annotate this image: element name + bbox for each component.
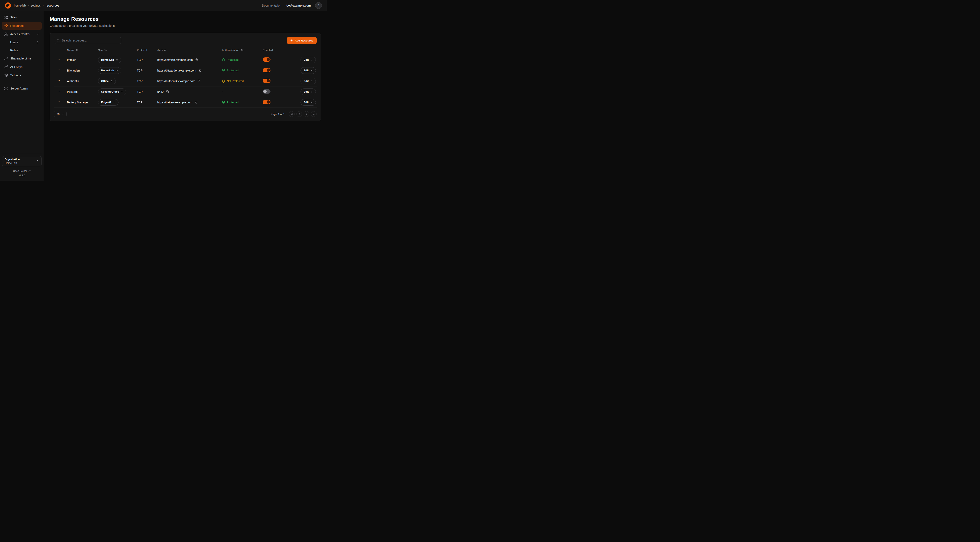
next-page-button[interactable] — [304, 111, 309, 117]
resource-name: Immich — [67, 58, 98, 62]
edit-label: Edit — [304, 90, 309, 93]
auth-status: Protected — [222, 58, 263, 62]
org-selector[interactable]: Organization Home Lab — [2, 156, 42, 166]
enabled-toggle[interactable] — [263, 57, 270, 62]
add-resource-button[interactable]: Add Resource — [287, 37, 317, 44]
top-bar: home-lab › settings › resources Document… — [0, 0, 327, 11]
sidebar-item-label: Server Admin — [10, 87, 28, 90]
sort-icon[interactable] — [104, 49, 107, 51]
arrow-right-icon — [310, 91, 313, 93]
access-value: 5432 — [157, 90, 164, 93]
page-size-select[interactable]: 20 — [54, 111, 67, 117]
shield-check-icon — [222, 69, 225, 72]
protocol-value: TCP — [137, 58, 157, 62]
waypoints-icon — [4, 24, 8, 27]
site-name: Office — [101, 80, 109, 83]
row-menu-button[interactable]: ⋯ — [54, 57, 63, 62]
edit-button[interactable]: Edit — [301, 67, 316, 74]
open-source-link[interactable]: Open Source — [13, 170, 31, 172]
documentation-link[interactable]: Documentation — [262, 4, 281, 7]
site-link-button[interactable]: Home Lab — [98, 57, 121, 63]
sort-icon[interactable] — [241, 49, 243, 51]
site-link-button[interactable]: Office — [98, 78, 116, 84]
enabled-toggle[interactable] — [263, 68, 270, 72]
row-menu-button[interactable]: ⋯ — [54, 99, 63, 105]
org-selector-value: Home Lab — [5, 161, 20, 164]
last-page-button[interactable] — [311, 111, 317, 117]
users-icon — [4, 32, 8, 36]
breadcrumb-settings[interactable]: settings — [31, 4, 41, 7]
search-box[interactable] — [54, 37, 121, 44]
app-logo-icon[interactable] — [5, 2, 11, 9]
sidebar-item-label: Shareable Links — [10, 57, 32, 60]
search-icon — [57, 39, 60, 42]
chevrons-up-down-icon — [36, 160, 39, 163]
auth-status: - — [222, 90, 263, 93]
arrow-right-icon — [310, 101, 313, 104]
access-value: https://bitwarden.example.com — [157, 69, 196, 72]
topbar-right: Documentation joe@example.com J — [262, 2, 322, 9]
sidebar-item-server-admin[interactable]: Server Admin — [2, 84, 42, 92]
row-menu-button[interactable]: ⋯ — [54, 89, 63, 94]
row-menu-button[interactable]: ⋯ — [54, 78, 63, 84]
table-row: ⋯ Battery Manager Edge 01 TCP https://ba… — [54, 97, 317, 108]
sidebar-item-shareable-links[interactable]: Shareable Links — [2, 54, 42, 62]
column-label: Protocol — [137, 49, 147, 52]
copy-button[interactable] — [195, 58, 198, 61]
access-cell: https://authentik.example.com — [157, 80, 222, 83]
access-value: https://battery.example.com — [157, 101, 192, 104]
first-page-button[interactable] — [289, 111, 294, 117]
site-link-button[interactable]: Home Lab — [98, 67, 121, 74]
previous-page-button[interactable] — [296, 111, 302, 117]
site-link-button[interactable]: Second Office — [98, 89, 126, 95]
enabled-toggle[interactable] — [263, 89, 270, 94]
copy-button[interactable] — [166, 90, 169, 93]
edit-button[interactable]: Edit — [301, 99, 316, 106]
row-menu-button[interactable]: ⋯ — [54, 68, 63, 73]
sidebar-item-label: Sites — [10, 16, 17, 19]
auth-status: Protected — [222, 69, 263, 72]
column-header-access: Access — [157, 49, 222, 52]
search-input[interactable] — [62, 38, 119, 42]
avatar[interactable]: J — [315, 2, 322, 9]
access-cell: https://battery.example.com — [157, 101, 222, 104]
copy-button[interactable] — [198, 69, 201, 72]
sidebar-item-access-control[interactable]: Access Control — [2, 30, 42, 38]
toggle-knob — [263, 90, 267, 93]
sidebar-item-roles[interactable]: Roles — [2, 46, 42, 54]
protocol-value: TCP — [137, 69, 157, 72]
sidebar: Sites Resources Access Control Users Rol… — [0, 11, 44, 181]
site-link-button[interactable]: Edge 01 — [98, 99, 118, 106]
edit-button[interactable]: Edit — [301, 57, 316, 63]
external-arrow-icon — [110, 80, 113, 82]
site-name: Second Office — [101, 90, 119, 93]
grid-icon — [4, 16, 8, 19]
edit-button[interactable]: Edit — [301, 89, 316, 95]
access-value: https://authentik.example.com — [157, 80, 195, 83]
table-row: ⋯ Authentik Office TCP https://authentik… — [54, 76, 317, 86]
sidebar-item-settings[interactable]: Settings — [2, 71, 42, 79]
enabled-toggle[interactable] — [263, 79, 270, 83]
sort-icon[interactable] — [76, 49, 78, 51]
site-name: Home Lab — [101, 69, 114, 72]
sidebar-item-resources[interactable]: Resources — [2, 22, 42, 30]
sidebar-item-users[interactable]: Users — [2, 38, 42, 46]
sidebar-item-label: API Keys — [10, 65, 22, 69]
sidebar-item-api-keys[interactable]: API Keys — [2, 63, 42, 71]
sidebar-item-sites[interactable]: Sites — [2, 13, 42, 21]
copy-button[interactable] — [194, 101, 197, 104]
breadcrumb-org[interactable]: home-lab — [14, 4, 26, 7]
enabled-toggle[interactable] — [263, 100, 270, 104]
table-row: ⋯ Postgres Second Office TCP 5432 - Edit — [54, 86, 317, 97]
copy-button[interactable] — [197, 80, 200, 83]
edit-button[interactable]: Edit — [301, 78, 316, 84]
page-size-value: 20 — [57, 113, 59, 116]
sidebar-item-label: Roles — [10, 49, 18, 52]
server-icon — [4, 87, 8, 90]
open-source-label: Open Source — [13, 170, 27, 172]
external-arrow-icon — [113, 101, 115, 104]
external-arrow-icon — [116, 69, 118, 72]
user-email[interactable]: joe@example.com — [286, 4, 311, 7]
column-header-protocol: Protocol — [137, 49, 157, 52]
table-row: ⋯ Immich Home Lab TCP https://immich.exa… — [54, 54, 317, 65]
